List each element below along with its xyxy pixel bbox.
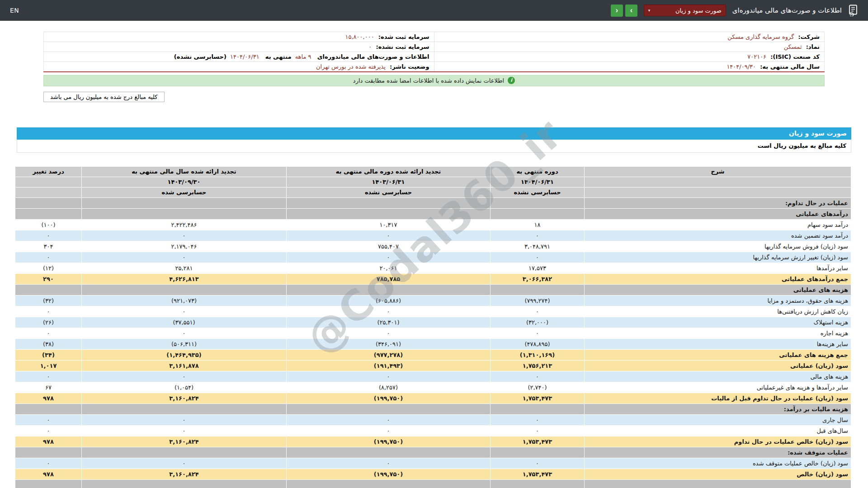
row-label bbox=[585, 479, 851, 488]
row-label: هزینه های حقوق، دستمزد و مزایا bbox=[585, 295, 851, 306]
row-change-value: ۰ bbox=[15, 306, 82, 317]
top-bar-right-group: اطلاعات و صورت‌های مالی میاندوره‌ای صورت… bbox=[611, 5, 858, 17]
row-amount: ۰ bbox=[82, 306, 287, 317]
row-change-value: (۳۸) bbox=[15, 338, 82, 349]
row-amount: (۵۰۶,۳۱۱) bbox=[82, 338, 287, 349]
row-amount: (۱,۰۵۴) bbox=[82, 382, 287, 393]
chevron-down-icon: ▾ bbox=[648, 8, 651, 13]
row-amount: (۱۹۹,۷۵۰) bbox=[287, 393, 491, 404]
row-amount: ۴,۶۲۶,۸۱۳ bbox=[82, 273, 287, 284]
row-amount: ۰ bbox=[491, 252, 585, 263]
row-amount: ۰ bbox=[82, 371, 287, 382]
row-label: هزینه استهلاک bbox=[585, 317, 851, 328]
row-amount bbox=[287, 208, 491, 219]
row-change-value bbox=[15, 404, 82, 414]
row-label: سال جاری bbox=[585, 414, 851, 425]
row-change-value: ۹۷۸ bbox=[15, 393, 82, 404]
fiscal-year-value: ۱۴۰۴/۰۹/۳۰ bbox=[726, 63, 756, 70]
row-change-value: ۳۰۴ bbox=[15, 241, 82, 252]
nav-prev-button[interactable]: ‹ bbox=[611, 5, 623, 17]
table-row: سود (زیان) خالص عملیات متوقف شده۰۰۰۰ bbox=[15, 458, 851, 469]
row-amount bbox=[491, 479, 585, 488]
table-row: جمع درآمدهای عملیاتی۳,۰۶۶,۳۸۲۷۸۵,۷۸۵۴,۶۲… bbox=[15, 273, 851, 284]
row-label: عملیات در حال تداوم: bbox=[585, 197, 851, 208]
row-label: سود (زیان) عملیاتی bbox=[585, 360, 851, 371]
row-change-value: ۹۷۸ bbox=[15, 436, 82, 447]
section-row: درآمدهای عملیاتی bbox=[15, 208, 851, 219]
row-amount: ۷۸۵,۷۸۵ bbox=[287, 273, 491, 284]
row-amount: (۱۹۱,۴۹۳) bbox=[287, 360, 491, 371]
row-change-value: ۹۷۸ bbox=[15, 469, 82, 479]
symbol-value: ثمسکن bbox=[784, 43, 802, 50]
row-amount: ۱۰,۳۱۷ bbox=[287, 219, 491, 230]
row-amount: ۰ bbox=[82, 230, 287, 241]
section-row: عملیات متوقف شده: bbox=[15, 447, 851, 458]
header-restated-year-date: ۱۴۰۳/۰۹/۳۰ bbox=[82, 177, 287, 187]
section-row: عملیات در حال تداوم: bbox=[15, 197, 851, 208]
row-amount: ۱,۷۵۳,۴۷۳ bbox=[491, 436, 585, 447]
row-amount: (۳۲,۰۰۰) bbox=[491, 317, 585, 328]
row-change-value: ۱,۰۱۷ bbox=[15, 360, 82, 371]
header-current-period-title: دوره منتهی به bbox=[491, 166, 585, 177]
row-label: سود (زیان) فروش سرمایه گذاریها bbox=[585, 241, 851, 252]
table-row: سود (زیان) عملیاتی۱,۷۵۶,۲۱۳(۱۹۱,۴۹۳)۳,۱۶… bbox=[15, 360, 851, 371]
isic-label: کد صنعت (ISIC): bbox=[770, 53, 820, 60]
issuer-status-label: وضعیت ناشر: bbox=[390, 63, 429, 70]
row-amount: ۰ bbox=[287, 425, 491, 436]
row-amount bbox=[82, 284, 287, 295]
row-label: هزینه اجاره bbox=[585, 328, 851, 338]
row-change-value bbox=[15, 284, 82, 295]
report-info-date: ۱۴۰۴/۰۶/۳۱ bbox=[230, 53, 259, 60]
row-amount: (۹۷۷,۲۷۸) bbox=[287, 349, 491, 360]
unregistered-capital-label: سرمایه ثبت نشده: bbox=[376, 43, 429, 50]
row-amount bbox=[491, 404, 585, 414]
unregistered-capital-value: ۰ bbox=[368, 43, 372, 50]
symbol-label: نماد: bbox=[806, 43, 820, 50]
table-row: سود (زیان) تغییر ارزش سرمایه گذاریها۰۰۰۰ bbox=[15, 252, 851, 263]
table-row: سال جاری۰۰۰۰ bbox=[15, 414, 851, 425]
row-amount bbox=[82, 447, 287, 458]
signature-match-banner: i اطلاعات نمایش داده شده با اطلاعات امضا… bbox=[43, 75, 825, 86]
company-name-value: گروه سرمایه گذاری مسکن bbox=[727, 33, 794, 40]
row-change-value: ۰ bbox=[15, 252, 82, 263]
row-change-value: (۳۲) bbox=[15, 295, 82, 306]
row-amount: ۳,۱۶۰,۸۲۴ bbox=[82, 393, 287, 404]
row-change-value: (۱۰۰) bbox=[15, 219, 82, 230]
row-amount bbox=[287, 479, 491, 488]
row-amount: ۰ bbox=[82, 328, 287, 338]
row-label: هزینه مالیات بر درآمد: bbox=[585, 404, 851, 414]
table-row: درآمد سود تضمین شده۰۰۰۰ bbox=[15, 230, 851, 241]
language-en-link[interactable]: EN bbox=[10, 7, 19, 14]
row-amount: ۰ bbox=[491, 371, 585, 382]
row-amount: ۳,۱۶۰,۸۲۴ bbox=[82, 436, 287, 447]
row-change-value: ۰ bbox=[15, 328, 82, 338]
row-label: سایر هزینه‌ها bbox=[585, 338, 851, 349]
table-row: سایر هزینه‌ها(۴۷۸,۸۹۵)(۳۴۶,۰۹۱)(۵۰۶,۳۱۱)… bbox=[15, 338, 851, 349]
header-restated-period-title: تجدید ارائه شده دوره مالی منتهی به bbox=[287, 166, 491, 177]
row-label: هزینه های مالی bbox=[585, 371, 851, 382]
row-change-value: ۶۷ bbox=[15, 382, 82, 393]
table-row: هزینه اجاره۰۰۰۰ bbox=[15, 328, 851, 338]
table-row: زیان کاهش ارزش دریافتنی‌ها۰۰۰۰ bbox=[15, 306, 851, 317]
row-label: سایر درآمدها و هزینه های غیرعملیاتی bbox=[585, 382, 851, 393]
row-change-value: (۱۲) bbox=[15, 263, 82, 273]
section-row: هزینه های عملیاتی bbox=[15, 284, 851, 295]
row-amount bbox=[82, 479, 287, 488]
nav-next-button[interactable]: › bbox=[625, 5, 637, 17]
header-description: شرح bbox=[585, 166, 851, 177]
row-change-value: ۰ bbox=[15, 458, 82, 469]
report-type-select[interactable]: صورت سود و زیان ▾ bbox=[644, 5, 726, 16]
row-amount: (۳۴۶,۰۹۱) bbox=[287, 338, 491, 349]
row-label: درآمد سود سهام bbox=[585, 219, 851, 230]
table-row: سود (زیان) عملیات در حال تداوم قبل از ما… bbox=[15, 393, 851, 404]
row-label: سال‌های قبل bbox=[585, 425, 851, 436]
row-amount: (۳۷,۵۵۱) bbox=[82, 317, 287, 328]
row-amount bbox=[287, 197, 491, 208]
row-amount: ۲,۴۲۲,۴۸۶ bbox=[82, 219, 287, 230]
info-icon: i bbox=[508, 77, 515, 84]
income-statement-section: صورت سود و زیان کلیه مبالغ به میلیون ریا… bbox=[17, 127, 851, 488]
table-row: سود (زیان) خالص عملیات در حال تداوم۱,۷۵۳… bbox=[15, 436, 851, 447]
table-row: جمع هزینه های عملیاتی(۱,۳۱۰,۱۶۹)(۹۷۷,۲۷۸… bbox=[15, 349, 851, 360]
row-amount: ۱,۷۵۳,۴۷۳ bbox=[491, 393, 585, 404]
row-amount: ۰ bbox=[287, 252, 491, 263]
